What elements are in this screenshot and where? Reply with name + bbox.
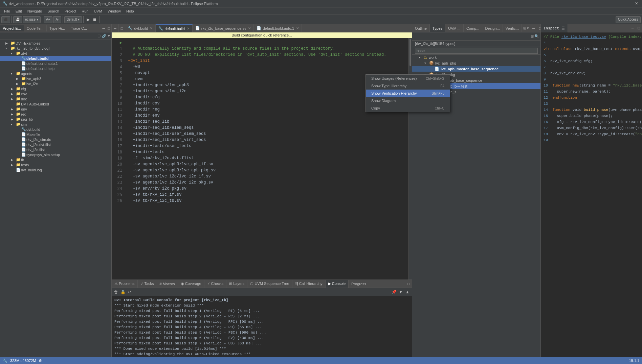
inspect-file-link[interactable]: rkv_i2c_base_test.sv bbox=[561, 35, 606, 39]
tree-item-rkv-i2c-dvt-flist[interactable]: 📄 rkv_i2c.dvt.flist bbox=[0, 142, 111, 147]
tree-item-dvt[interactable]: ▾ 📁 .dvt bbox=[0, 51, 111, 56]
menu-item-project[interactable]: Project bbox=[62, 8, 79, 14]
minimize-right-btn[interactable]: ─ bbox=[530, 26, 537, 30]
tab-type-hierarchy[interactable]: Type Hi... bbox=[47, 25, 68, 31]
tree-item-makefile[interactable]: 📄 Makefile bbox=[0, 132, 111, 137]
tree-item-rkv-i2c-sim-do[interactable]: 📄 rkv_i2c_sim.do bbox=[0, 137, 111, 142]
types-item-work[interactable]: ▾ 🗂 work bbox=[412, 55, 540, 60]
tab-code-templates[interactable]: Code Te... bbox=[24, 25, 47, 31]
maximize-bottom-btn[interactable]: □ bbox=[405, 282, 412, 286]
tree-item-agents[interactable]: ▾ 📁 agents bbox=[0, 71, 111, 76]
close-tab-default-build-auto[interactable]: ✕ bbox=[296, 26, 299, 30]
tree-item-dvt-build-log[interactable]: 📄 dvt_build.log bbox=[0, 167, 111, 172]
tree-item-tb[interactable]: ▶ 📁 tb bbox=[0, 157, 111, 162]
prev-icon[interactable]: ▲ bbox=[404, 289, 411, 295]
tab-macros[interactable]: # Macros bbox=[157, 280, 178, 288]
tab-console[interactable]: ▶ Console bbox=[326, 280, 349, 288]
right-panel-icons[interactable]: ⊞ ▾ bbox=[522, 26, 530, 30]
menu-item-file[interactable]: File bbox=[1, 8, 13, 14]
toolbar-font-down[interactable]: A- bbox=[53, 16, 61, 23]
tab-comp[interactable]: Comp... bbox=[464, 24, 483, 32]
types-search[interactable] bbox=[412, 47, 540, 55]
tree-item-cfg[interactable]: ▶ 📁 cfg bbox=[0, 86, 111, 91]
types-item-lvc-apb-pkg[interactable]: ▾ 📦 lvc_apb_pkg bbox=[412, 60, 540, 66]
collapse-all-icon[interactable]: ⊟ bbox=[97, 34, 101, 38]
editor-tab-default-build-auto[interactable]: 📄 default.build.auto.1 ✕ bbox=[254, 24, 302, 32]
tree-item-default-build-help[interactable]: 📄 default.build.help bbox=[0, 66, 111, 71]
word-wrap-icon[interactable]: ↵ bbox=[127, 289, 133, 295]
tab-types[interactable]: Types bbox=[430, 24, 445, 32]
tree-item-default-build-auto[interactable]: 📄 default.build.auto.1 bbox=[0, 61, 111, 66]
minimize-bottom-btn[interactable]: ─ bbox=[399, 282, 406, 286]
pin-icon[interactable]: 📌 bbox=[391, 289, 397, 295]
toolbar-right-icon-1[interactable]: ⊟ bbox=[531, 34, 534, 39]
close-tab-dvt-build[interactable]: ✕ bbox=[150, 26, 153, 30]
tab-layers[interactable]: ⊞ Layers bbox=[226, 280, 247, 288]
editor-tab-default-build[interactable]: 🔧 default.build ✕ bbox=[156, 24, 192, 32]
tree-item-sim[interactable]: ▾ 📁 sim bbox=[0, 122, 111, 127]
tab-progress[interactable]: Progress bbox=[349, 280, 369, 288]
tree-item-rkv-i2c-tb[interactable]: ▾ 📁 rkv_i2c_tb [dvt: vlog] bbox=[0, 46, 111, 51]
tree-item-dvt-auto-linked[interactable]: 📁 DVT Auto-Linked bbox=[0, 101, 111, 106]
close-btn[interactable]: ✕ bbox=[635, 1, 638, 6]
tab-verific[interactable]: Verific... bbox=[503, 24, 522, 32]
maximize-btn[interactable]: □ bbox=[630, 2, 632, 6]
quick-access[interactable]: Quick Access bbox=[616, 16, 641, 23]
tree-item-tests[interactable]: ▶ 📁 tests bbox=[0, 162, 111, 167]
ctx-type-hierarchy[interactable]: Show Type Hierarchy F4 bbox=[366, 82, 450, 90]
tab-tasks[interactable]: ✓ Tasks bbox=[138, 280, 157, 288]
minimize-btn[interactable]: ─ bbox=[625, 2, 627, 6]
scroll-lock-icon[interactable]: 🔒 bbox=[120, 289, 126, 295]
tab-trace[interactable]: Trace C... bbox=[68, 25, 90, 31]
tab-design[interactable]: Design... bbox=[482, 24, 503, 32]
menu-item-search[interactable]: Search bbox=[45, 8, 62, 14]
menu-item-run[interactable]: Run bbox=[79, 8, 91, 14]
tree-item-dvt-build[interactable]: 🔧 dvt.build bbox=[0, 127, 111, 132]
inspect-maximize-btn[interactable]: □ bbox=[636, 26, 642, 30]
tree-item-reg[interactable]: ▶ 📁 reg bbox=[0, 112, 111, 117]
tree-item-env[interactable]: ▶ 📁 env bbox=[0, 106, 111, 112]
tab-inspect[interactable]: Inspect ☰ bbox=[541, 24, 568, 32]
tab-checks[interactable]: ✓ Checks bbox=[204, 280, 227, 288]
link-editor-icon[interactable]: 🔗 bbox=[102, 34, 107, 38]
tab-call-hierarchy[interactable]: ⇶ Call Hierarchy bbox=[292, 280, 326, 288]
toolbar-right-icon-2[interactable]: 🔍 bbox=[534, 34, 539, 39]
tab-outline[interactable]: Outline bbox=[412, 24, 430, 32]
tree-item-rkv-i2c-flist[interactable]: 📄 rkv_i2c.flist bbox=[0, 147, 111, 152]
toolbar-new[interactable]: ⬛ bbox=[1, 16, 10, 23]
types-search-input[interactable] bbox=[415, 48, 538, 54]
ctx-verification-hierarchy[interactable]: Show Verification Hierarchy Shift+F6 bbox=[366, 90, 450, 97]
tree-item-doc[interactable]: ▶ 📁 doc bbox=[0, 96, 111, 101]
toolbar-eclipse[interactable]: eclipse ▾ bbox=[23, 16, 41, 23]
tab-coverage[interactable]: ◉ Coverage bbox=[178, 280, 204, 288]
tree-item-lvc-i2c[interactable]: ▶ 📁 lvc_i2c bbox=[0, 81, 111, 86]
editor-minimize-btn[interactable]: ─ bbox=[112, 24, 119, 32]
tree-item-dvt-examples[interactable]: ▶ 📁 DVT-Examples bbox=[0, 41, 111, 46]
editor-quick-ref[interactable]: Build configuration quick reference... bbox=[112, 32, 412, 38]
maximize-right-btn[interactable]: □ bbox=[537, 26, 540, 30]
minimize-left-icon[interactable]: ─ bbox=[101, 26, 107, 30]
tree-item-synopsys-sim[interactable]: 📄 synopsys_sim.setup bbox=[0, 152, 111, 157]
inspect-minimize-btn[interactable]: ─ bbox=[629, 26, 636, 30]
editor-tab-dvt-build[interactable]: 🔧 dvt.build ✕ bbox=[125, 24, 156, 32]
view-menu-icon-right[interactable]: ▾ bbox=[527, 26, 529, 30]
tree-item-cov[interactable]: ▶ 📁 cov bbox=[0, 91, 111, 96]
view-menu-icon[interactable]: ▾ bbox=[108, 34, 110, 38]
menu-item-uvm[interactable]: UVM bbox=[91, 8, 105, 14]
ctx-copy[interactable]: Copy Ctrl+C bbox=[366, 104, 450, 112]
editor-tab-rkv-i2c-base-sequence[interactable]: 📄 rkv_i2c_base_sequence.sv ✕ bbox=[193, 24, 254, 32]
menu-item-window[interactable]: Window bbox=[105, 8, 124, 14]
tab-problems[interactable]: ⚠ Problems bbox=[112, 280, 138, 288]
toolbar-run-icon[interactable]: ▶ bbox=[85, 17, 91, 23]
list-view-icon[interactable]: ⊞ bbox=[523, 26, 526, 30]
tab-uvm-sequence-tree[interactable]: ⬡ UVM Sequence Tree bbox=[247, 280, 292, 288]
ctx-show-usages[interactable]: Show Usages (References) Ctrl+Shift+G bbox=[366, 75, 450, 82]
types-item-lvc-apb-master-base[interactable]: 📄 lvc_apb_master_base_sequence bbox=[412, 66, 540, 72]
close-tab-rkv-sequence[interactable]: ✕ bbox=[248, 26, 251, 30]
menu-item-help[interactable]: Help bbox=[124, 8, 137, 14]
toolbar-font-up[interactable]: A+ bbox=[44, 16, 53, 23]
menu-item-edit[interactable]: Edit bbox=[13, 8, 25, 14]
tree-item-default-build[interactable]: 🔧 default.build bbox=[0, 56, 111, 61]
tree-item-seq-lib[interactable]: ▶ 📁 seq_lib bbox=[0, 117, 111, 122]
maximize-left-icon[interactable]: □ bbox=[106, 26, 111, 30]
